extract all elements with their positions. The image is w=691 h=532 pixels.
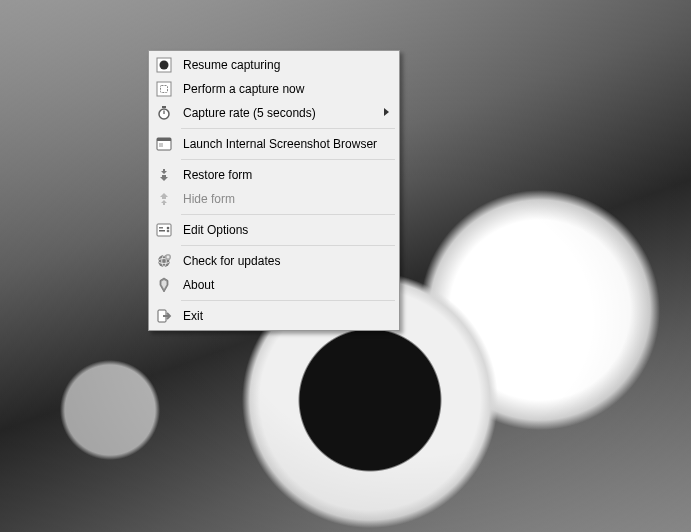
options-icon: [156, 222, 172, 238]
menu-separator: [181, 128, 395, 129]
svg-rect-9: [159, 143, 163, 147]
menu-item-label: Resume capturing: [183, 58, 280, 72]
svg-rect-5: [162, 106, 166, 108]
exit-icon: [156, 308, 172, 324]
menu-item-check-updates[interactable]: Check for updates: [151, 249, 397, 273]
menu-item-label: Edit Options: [183, 223, 248, 237]
menu-item-label: Hide form: [183, 192, 235, 206]
tray-context-menu[interactable]: Resume capturing Perform a capture now C…: [148, 50, 400, 331]
menu-separator: [181, 245, 395, 246]
desktop-wallpaper-earbuds: Resume capturing Perform a capture now C…: [0, 0, 691, 532]
menu-separator: [181, 159, 395, 160]
menu-item-restore-form[interactable]: Restore form: [151, 163, 397, 187]
menu-item-label: Exit: [183, 309, 203, 323]
menu-item-label: Launch Internal Screenshot Browser: [183, 137, 377, 151]
capture-icon: [156, 81, 172, 97]
menu-item-resume-capturing[interactable]: Resume capturing: [151, 53, 397, 77]
menu-item-launch-browser[interactable]: Launch Internal Screenshot Browser: [151, 132, 397, 156]
submenu-arrow-icon: [384, 108, 389, 116]
restore-icon: [156, 167, 172, 183]
menu-item-label: Check for updates: [183, 254, 280, 268]
svg-point-14: [167, 230, 170, 233]
svg-rect-8: [157, 138, 171, 141]
svg-rect-11: [159, 227, 163, 229]
menu-item-label: Perform a capture now: [183, 82, 304, 96]
updates-icon: [156, 253, 172, 269]
hide-icon: [156, 191, 172, 207]
menu-item-label: Restore form: [183, 168, 252, 182]
browser-icon: [156, 136, 172, 152]
menu-item-label: Capture rate (5 seconds): [183, 106, 316, 120]
menu-item-edit-options[interactable]: Edit Options: [151, 218, 397, 242]
about-icon: [156, 277, 172, 293]
menu-separator: [181, 214, 395, 215]
menu-inner: Resume capturing Perform a capture now C…: [151, 53, 397, 328]
svg-point-13: [167, 227, 170, 230]
menu-item-label: About: [183, 278, 214, 292]
svg-rect-2: [157, 82, 171, 96]
menu-item-about[interactable]: About: [151, 273, 397, 297]
record-icon: [156, 57, 172, 73]
svg-point-1: [160, 61, 169, 70]
menu-item-exit[interactable]: Exit: [151, 304, 397, 328]
menu-item-hide-form: Hide form: [151, 187, 397, 211]
menu-separator: [181, 300, 395, 301]
menu-item-capture-rate[interactable]: Capture rate (5 seconds): [151, 101, 397, 125]
stopwatch-icon: [156, 105, 172, 121]
svg-rect-12: [159, 230, 165, 232]
menu-item-capture-now[interactable]: Perform a capture now: [151, 77, 397, 101]
